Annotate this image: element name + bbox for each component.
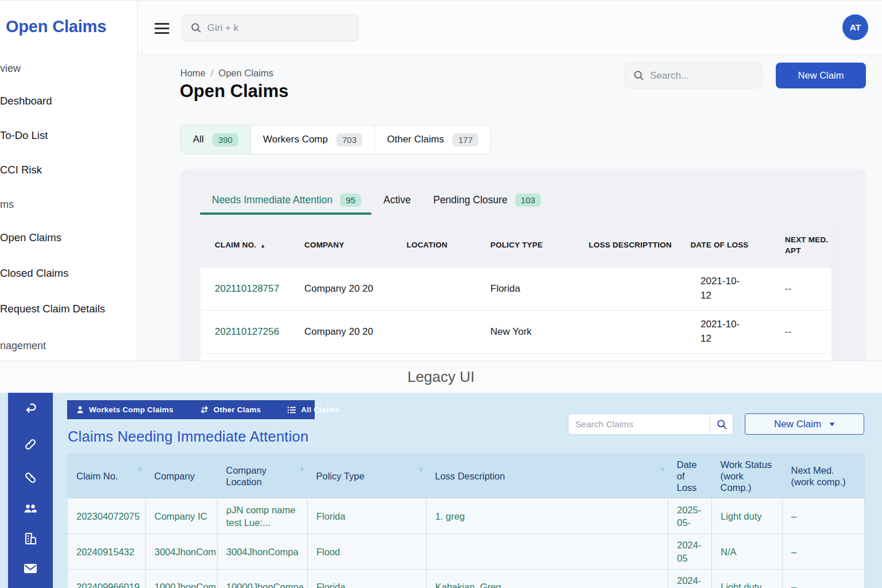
legacy-ui-divider: Legacy UI [0,361,882,393]
legacy-cell-policy-type: Florida [308,569,427,588]
legacy-cell-claim-no[interactable]: 202409966019 [68,569,146,588]
tab-active[interactable]: Active [372,189,421,210]
legacy-nav-all-claims[interactable]: All Claims [287,405,339,414]
menu-icon[interactable] [154,23,169,34]
legacy-cell-claim-no[interactable]: 202304072075 [68,498,146,534]
legacy-column-header-company[interactable]: Company [146,454,218,498]
legacy-new-claim-button[interactable]: New Claim ▼ [745,413,864,435]
legacy-nav-workers-comp-claims-label: Workets Comp Claims [89,405,173,414]
breadcrumb-separator: / [211,68,214,78]
table-scrollbar[interactable] [831,224,839,362]
legacy-nav-workers-comp-claims[interactable]: Workets Comp Claims [76,405,173,414]
legacy-cell-work-status: Light duty [712,569,783,588]
column-header-date-of-loss[interactable]: DATE OF LOSS [675,240,764,250]
legacy-table-row: 20240915432 3004JhonCom 3004JhonCompa Fl… [68,534,865,570]
tab-needs-immediate-attention-count-badge: 95 [340,194,361,207]
column-header-next-med-apt[interactable]: NEXT MED. APT [764,235,839,256]
claims-table: CLAIM NO.▲ COMPANY LOCATION POLICY TYPE … [200,224,839,362]
legacy-column-header-policy-type[interactable]: Policy Type◆ [308,454,427,498]
legacy-heading: Claims Needing Immediate Attention [68,428,308,445]
column-header-policy-type[interactable]: POLICY TYPE [490,240,586,250]
modern-sidebar: Open Claims view Deshboard To-Do List CC… [0,1,138,362]
sort-diamond-icon[interactable]: ◆ [419,465,422,474]
cell-company: Company 20 20 [304,282,407,296]
cell-claim-no-link[interactable]: 202110127256 [200,325,304,339]
new-claim-button[interactable]: New Claim [776,63,866,88]
tab-pending-closure[interactable]: Pending Closure 103 [421,189,551,210]
paperclip-icon[interactable] [24,438,37,451]
sidebar-item-cci-risk[interactable]: CCI Risk [0,164,42,176]
legacy-column-header-next-med[interactable]: Next Med. (work comp.) [783,454,865,498]
cell-company: Company 20 20 [304,325,407,339]
legacy-column-header-claim-no[interactable]: Claim No.◆ [68,454,146,498]
legacy-claims-table: Claim No.◆ Company Company Location◆ Pol… [67,454,865,588]
sidebar-item-closed-claims[interactable]: Closed Claims [0,267,68,280]
users-icon[interactable] [23,502,38,514]
search-icon [716,419,728,430]
claims-card: Needs Immediate Attention 95 Active Pend… [180,169,866,362]
modern-ui-section: Open Claims view Deshboard To-Do List CC… [0,0,882,361]
tab-other-claims[interactable]: Other Claims 177 [374,125,490,154]
legacy-search-input[interactable]: Search Claims [568,413,733,435]
avatar[interactable]: AT [842,14,868,40]
column-header-loss-description[interactable]: LOSS DESCRIPTTION [586,240,675,250]
date-of-loss-value: 2021-10-12 [701,318,743,346]
legacy-column-header-loss-description[interactable]: Loss Description◆ [427,454,668,498]
tab-active-label: Active [384,194,411,206]
legacy-date-of-loss-value: 2024-09 [677,574,705,588]
legacy-cell-claim-no[interactable]: 20240915432 [68,534,146,570]
legacy-column-header-company-location-label: Company Location [226,465,267,487]
tab-all-label: All [193,134,204,145]
legacy-cell-date-of-loss: 2024-09 [668,569,712,588]
screenshot-root: Open Claims view Deshboard To-Do List CC… [0,0,882,588]
column-header-company[interactable]: COMPANY [304,240,407,250]
modern-content: Home/Open Claims Open Claims Search... N… [138,56,882,362]
tab-needs-immediate-attention[interactable]: Needs Immediate Attention 95 [200,189,372,210]
building-doc-icon[interactable] [24,532,37,546]
mail-icon[interactable] [23,563,38,574]
modern-topbar: Giri + k AT [138,1,882,55]
cell-next-med-apt: -- [764,325,839,339]
legacy-new-claim-label: New Claim [774,419,821,430]
tab-pending-closure-count-badge: 103 [515,194,541,207]
global-search-input[interactable]: Giri + k [182,14,359,41]
legacy-column-header-company-location[interactable]: Company Location◆ [218,454,308,498]
legacy-sidebar [8,393,53,588]
sort-asc-icon: ▲ [260,243,265,249]
sidebar-item-todo-list[interactable]: To-Do List [0,129,48,142]
legacy-cell-company-location: 3004JhonCompa [218,534,308,570]
cell-claim-no-link[interactable]: 202110128757 [200,282,304,296]
sort-diamond-icon[interactable]: ◆ [138,465,141,474]
legacy-ui-divider-label: Legacy UI [407,368,474,386]
return-icon[interactable] [24,402,37,415]
legacy-table-row: 202304072075 Company IC ρJN comp name te… [68,498,865,534]
legacy-cell-next-med: – [783,534,865,570]
sidebar-item-open-claims[interactable]: Open Claims [0,231,61,244]
cell-policy-type: New York [490,325,586,339]
legacy-column-header-date-of-loss[interactable]: Date of Loss [668,454,712,498]
legacy-nav-other-claims[interactable]: Other Clams [200,405,261,414]
legacy-cell-work-status: Light duty [712,498,783,534]
legacy-cell-date-of-loss: 2025-05- [668,498,712,534]
column-header-claim-no[interactable]: CLAIM NO.▲ [200,240,304,250]
tab-other-claims-count-badge: 177 [452,133,478,146]
sidebar-item-request-claim-details[interactable]: Request Claim Details [0,303,105,315]
legacy-column-header-claim-no-label: Claim No. [76,471,118,481]
sort-diamond-icon[interactable]: ◆ [300,465,303,474]
sort-diamond-icon[interactable]: ◆ [660,465,664,474]
legacy-column-header-work-status[interactable]: Work Status (work Comp.) [712,454,783,498]
link-icon[interactable] [24,471,37,485]
legacy-nav: Workets Comp Claims Other Clams All Clai… [67,400,315,419]
search-icon [633,70,644,81]
legacy-search-button[interactable] [710,414,733,434]
claims-search-input[interactable]: Search... [625,63,763,88]
sidebar-item-dashboard[interactable]: Deshboard [0,95,52,107]
tab-workers-comp[interactable]: Workers Comp 703 [250,125,374,154]
app-logo: Open Claims [6,17,106,36]
tab-all[interactable]: All 390 [181,125,250,154]
column-header-location[interactable]: LOCATION [407,240,490,250]
legacy-cell-date-of-loss: 2024-05 [668,534,712,570]
legacy-cell-loss-description: Kabakian, Greg [427,569,668,588]
table-row: 202110127256 Company 20 20 New York 2021… [200,310,839,353]
breadcrumb-home[interactable]: Home [180,68,206,78]
